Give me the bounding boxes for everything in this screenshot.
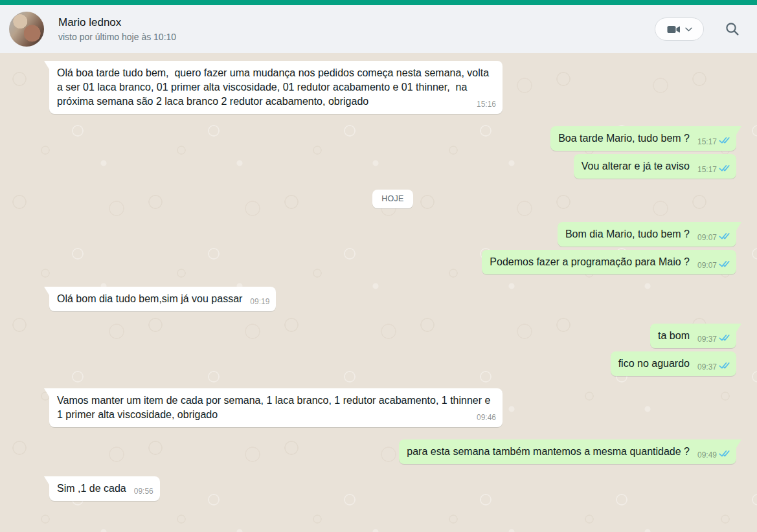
message-meta: 09:19: [250, 297, 269, 307]
date-divider: HOJE: [49, 190, 736, 208]
read-receipt-double-check-icon: [719, 137, 730, 147]
message-time: 09:37: [697, 362, 717, 372]
message-text: Vou alterar e já te aviso: [582, 161, 690, 172]
message-time: 09:19: [250, 297, 269, 307]
message-row: fico no aguardo 09:37: [49, 351, 736, 376]
message-row: Boa tarde Mario, tudo bem ? 15:17: [49, 126, 736, 151]
chevron-down-icon: [685, 27, 692, 32]
incoming-message-bubble[interactable]: Sim ,1 de cada 09:56: [49, 476, 160, 501]
header-actions: [655, 17, 740, 41]
chat-message-area: Olá boa tarde tudo bem, quero fazer uma …: [0, 53, 757, 532]
message-row: ta bom 09:37: [49, 324, 736, 348]
message-time: 09:07: [697, 261, 717, 271]
outgoing-message-bubble[interactable]: Bom dia Mario, tudo bem ? 09:07: [558, 222, 736, 247]
message-meta: 09:49: [697, 450, 730, 460]
incoming-message-bubble[interactable]: Vamos manter um item de cada por semana,…: [49, 388, 503, 427]
message-row: Vou alterar e já te aviso 15:17: [49, 154, 736, 179]
message-meta: 09:07: [697, 260, 730, 271]
message-row: para esta semana também mantemos a mesma…: [49, 439, 736, 464]
message-row: Podemos fazer a programação para Maio ? …: [49, 250, 736, 274]
message-row: Bom dia Mario, tudo bem ? 09:07: [49, 222, 736, 247]
message-meta: 09:37: [697, 334, 730, 344]
video-call-button[interactable]: [655, 17, 704, 41]
message-time: 09:56: [134, 487, 153, 496]
message-row: Olá bom dia tudo bem,sim já vou passar 0…: [49, 287, 736, 311]
message-meta: 09:37: [697, 362, 730, 372]
read-receipt-double-check-icon: [719, 165, 730, 175]
message-meta: 15:17: [697, 164, 730, 175]
message-text: Bom dia Mario, tudo bem ?: [565, 228, 690, 239]
message-time: 15:17: [697, 137, 717, 147]
message-row: Olá boa tarde tudo bem, quero fazer uma …: [49, 61, 736, 114]
chat-header: Mario lednox visto por último hoje às 10…: [0, 5, 757, 53]
message-text: Vamos manter um item de cada por semana,…: [57, 395, 493, 420]
message-meta: 15:16: [477, 100, 496, 109]
message-text: Olá boa tarde tudo bem, quero fazer uma …: [57, 67, 492, 107]
message-text: Olá bom dia tudo bem,sim já vou passar: [57, 293, 242, 304]
outgoing-message-bubble[interactable]: ta bom 09:37: [650, 324, 736, 348]
message-text: fico no aguardo: [618, 358, 690, 369]
message-meta: 09:56: [134, 487, 153, 496]
search-icon: [725, 21, 740, 37]
message-meta: 15:17: [697, 137, 730, 147]
message-text: Boa tarde Mario, tudo bem ?: [558, 133, 690, 144]
outgoing-message-bubble[interactable]: Vou alterar e já te aviso 15:17: [574, 154, 736, 179]
date-divider-label: HOJE: [372, 190, 413, 208]
outgoing-message-bubble[interactable]: Boa tarde Mario, tudo bem ? 15:17: [550, 126, 736, 151]
read-receipt-double-check-icon: [719, 233, 730, 243]
message-text: ta bom: [658, 330, 690, 341]
incoming-message-bubble[interactable]: Olá bom dia tudo bem,sim já vou passar 0…: [49, 287, 276, 311]
read-receipt-double-check-icon: [719, 450, 730, 460]
message-meta: 09:46: [477, 413, 496, 423]
incoming-message-bubble[interactable]: Olá boa tarde tudo bem, quero fazer uma …: [49, 61, 503, 114]
message-time: 09:07: [697, 233, 717, 243]
message-meta: 09:07: [697, 232, 730, 243]
message-row: Vamos manter um item de cada por semana,…: [49, 388, 736, 427]
message-time: 09:49: [697, 450, 717, 460]
message-time: 09:46: [477, 413, 496, 423]
message-time: 15:16: [477, 100, 496, 109]
message-text: Sim ,1 de cada: [57, 483, 126, 494]
contact-name: Mario lednox: [58, 16, 655, 30]
contact-info[interactable]: Mario lednox visto por último hoje às 10…: [58, 16, 655, 43]
top-accent-bar: [0, 0, 757, 5]
outgoing-message-bubble[interactable]: Podemos fazer a programação para Maio ? …: [482, 250, 736, 274]
outgoing-message-bubble[interactable]: fico no aguardo 09:37: [611, 351, 736, 376]
read-receipt-double-check-icon: [719, 261, 730, 271]
message-time: 09:37: [697, 335, 717, 344]
read-receipt-double-check-icon: [719, 335, 730, 344]
message-text: para esta semana também mantemos a mesma…: [407, 446, 690, 457]
video-camera-icon: [667, 25, 681, 34]
message-time: 15:17: [697, 165, 717, 175]
message-row: Sim ,1 de cada 09:56: [49, 476, 736, 501]
last-seen-status: visto por último hoje às 10:10: [58, 31, 655, 43]
outgoing-message-bubble[interactable]: para esta semana também mantemos a mesma…: [399, 439, 736, 464]
search-button[interactable]: [725, 21, 740, 37]
contact-avatar[interactable]: [9, 12, 44, 47]
read-receipt-double-check-icon: [719, 362, 730, 372]
message-text: Podemos fazer a programação para Maio ?: [490, 256, 690, 267]
